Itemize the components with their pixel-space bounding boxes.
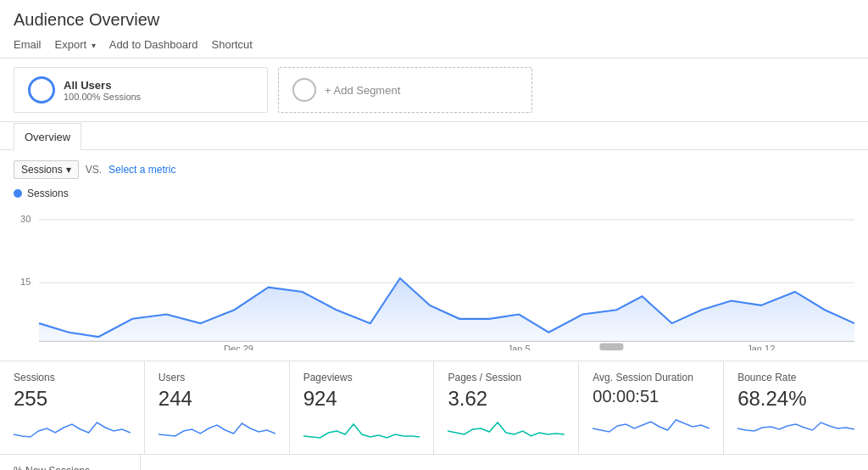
legend-label: Sessions (27, 187, 69, 199)
metric-value-sessions: 255 (14, 387, 131, 411)
metric-label-pageviews: Pageviews (303, 372, 420, 383)
metric-card-new-sessions: % New Sessions 94.90% (0, 455, 141, 470)
segment-circle-icon (28, 76, 55, 104)
metric-label-avg-duration: Avg. Session Duration (593, 372, 709, 383)
main-chart: 30 15 Dec 29 Jan 5 Jan 12 (14, 206, 854, 350)
svg-marker-3 (39, 278, 854, 341)
vs-label: VS. (86, 164, 102, 176)
metric-value-pageviews: 924 (303, 387, 420, 411)
select-metric-link[interactable]: Select a metric (108, 164, 175, 176)
metric-value-avg-duration: 00:00:51 (593, 387, 709, 406)
overview-tab-bar: Overview (0, 122, 868, 150)
add-to-dashboard-button[interactable]: Add to Dashboard (109, 36, 198, 53)
x-label-jan5: Jan 5 (508, 344, 531, 350)
chart-svg: 30 15 Dec 29 Jan 5 Jan 12 (14, 206, 854, 350)
metric-value-bounce-rate: 68.24% (737, 387, 854, 411)
metric-value-pages-session: 3.62 (448, 387, 565, 411)
y-label-30: 30 (20, 214, 31, 224)
segment-sub: 100.00% Sessions (64, 92, 141, 102)
tab-overview[interactable]: Overview (14, 123, 81, 150)
metric-card-pages-session: Pages / Session 3.62 (434, 361, 579, 454)
email-button[interactable]: Email (14, 36, 42, 53)
metric-value-users: 244 (159, 387, 275, 411)
toolbar: Email Export ▾ Add to Dashboard Shortcut (14, 36, 854, 53)
shortcut-button[interactable]: Shortcut (212, 36, 253, 53)
page-header: Audience Overview Email Export ▾ Add to … (0, 0, 868, 59)
metric-label-bounce-rate: Bounce Rate (737, 372, 854, 383)
metric-card-users: Users 244 (145, 361, 290, 454)
metric-label-new-sessions: % New Sessions (14, 465, 126, 470)
metric-label-sessions: Sessions (14, 372, 131, 383)
segment-row: All Users 100.00% Sessions + Add Segment (0, 59, 868, 122)
segment-info: All Users 100.00% Sessions (64, 79, 141, 102)
metric-label-users: Users (159, 372, 275, 383)
sessions-dropdown-icon: ▾ (66, 164, 71, 176)
sessions-label: Sessions (21, 164, 63, 176)
export-button[interactable]: Export ▾ (55, 36, 96, 53)
metrics-row2: % New Sessions 94.90% (0, 455, 868, 470)
y-label-15: 15 (20, 277, 31, 287)
mini-chart-avg-duration (593, 411, 709, 437)
x-label-jan12: Jan 12 (747, 344, 775, 350)
metrics-row: Sessions 255 Users 244 Pageviews 924 Pag… (0, 361, 868, 455)
segment-name: All Users (64, 79, 141, 92)
mini-chart-bounce-rate (737, 416, 854, 441)
chart-section: Sessions ▾ VS. Select a metric Sessions … (0, 150, 868, 361)
mini-chart-pageviews (303, 416, 420, 441)
metric-card-pageviews: Pageviews 924 (290, 361, 435, 454)
chart-legend: Sessions (14, 187, 854, 199)
metric-card-sessions: Sessions 255 (0, 361, 145, 454)
metric-card-bounce-rate: Bounce Rate 68.24% (724, 361, 868, 454)
x-label-dec29: Dec 29 (224, 344, 253, 350)
page-title: Audience Overview (14, 10, 854, 30)
metric-label-pages-session: Pages / Session (448, 372, 565, 383)
metric-card-avg-duration: Avg. Session Duration 00:00:51 (579, 361, 724, 454)
scroll-handle[interactable] (599, 344, 623, 351)
mini-chart-users (159, 416, 275, 441)
export-arrow-icon: ▾ (92, 41, 96, 50)
add-segment-button[interactable]: + Add Segment (278, 67, 532, 113)
legend-dot-icon (14, 189, 22, 198)
mini-chart-pages-session (448, 416, 565, 441)
add-segment-label: + Add Segment (325, 84, 400, 97)
sessions-metric-select[interactable]: Sessions ▾ (14, 160, 79, 179)
all-users-segment[interactable]: All Users 100.00% Sessions (14, 67, 268, 113)
metric-controls: Sessions ▾ VS. Select a metric (14, 160, 854, 179)
mini-chart-sessions (14, 416, 131, 441)
add-segment-circle-icon (292, 78, 316, 102)
